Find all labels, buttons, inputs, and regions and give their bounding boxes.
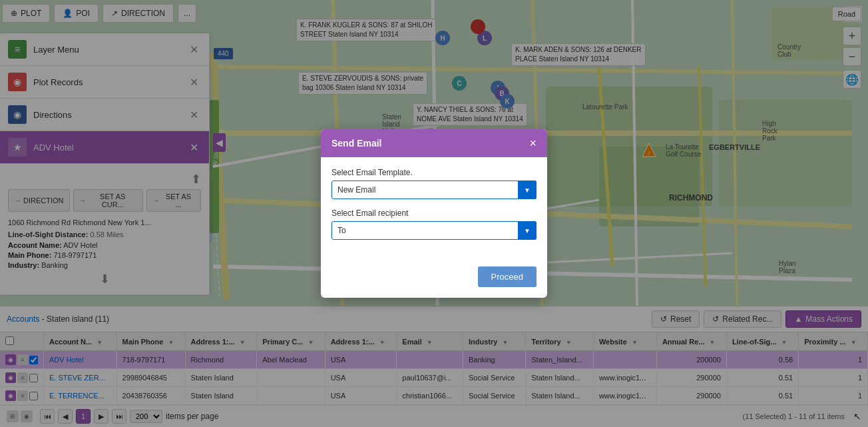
proceed-btn[interactable]: Proceed bbox=[478, 266, 537, 287]
modal-footer: Proceed bbox=[321, 260, 547, 298]
template-label: Select Email Template. bbox=[331, 168, 537, 177]
modal-header: Send Email × bbox=[321, 129, 547, 157]
template-select[interactable]: New Email bbox=[331, 181, 537, 199]
modal-body: Select Email Template. New Email ▼ Selec… bbox=[321, 157, 547, 260]
recipient-group: Select Email recipient To ▼ bbox=[331, 209, 537, 240]
recipient-select[interactable]: To bbox=[331, 221, 537, 240]
recipient-label: Select Email recipient bbox=[331, 209, 537, 218]
template-select-wrapper: New Email ▼ bbox=[331, 181, 537, 199]
recipient-select-wrapper: To ▼ bbox=[331, 221, 537, 240]
send-email-modal: Send Email × Select Email Template. New … bbox=[321, 129, 547, 298]
modal-title: Send Email bbox=[331, 138, 381, 149]
modal-close-btn[interactable]: × bbox=[529, 137, 537, 149]
modal-overlay: Send Email × Select Email Template. New … bbox=[0, 0, 868, 427]
template-group: Select Email Template. New Email ▼ bbox=[331, 168, 537, 199]
